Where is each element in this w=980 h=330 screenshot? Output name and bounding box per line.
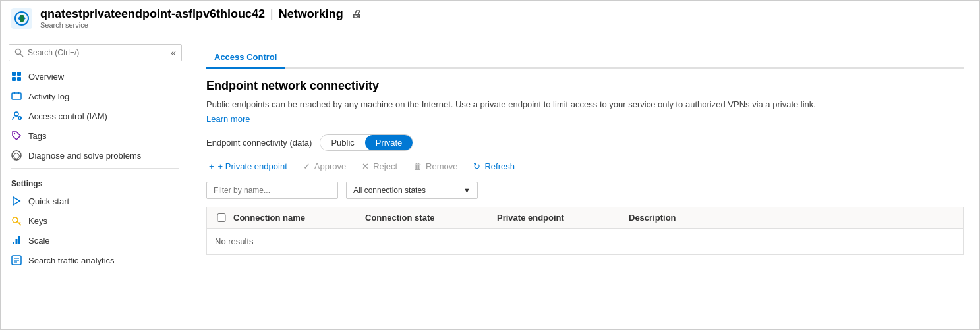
header-title-group: qnatestprivateendpoint-asflpv6thlouc42 |… — [40, 7, 362, 29]
sidebar: « Overview Activity log Access control (… — [1, 36, 190, 329]
header-subtitle: Search service — [40, 21, 362, 29]
svg-rect-21 — [16, 239, 18, 244]
reject-icon: ✕ — [362, 161, 369, 171]
keys-label: Keys — [28, 216, 47, 226]
col-private-endpoint: Private endpoint — [497, 213, 629, 223]
reject-label: Reject — [373, 161, 397, 171]
add-private-endpoint-button[interactable]: + + Private endpoint — [206, 159, 290, 174]
search-traffic-label: Search traffic analytics — [28, 256, 115, 265]
svg-point-16 — [14, 133, 15, 134]
header-separator: | — [270, 7, 274, 21]
search-icon — [14, 48, 24, 57]
svg-line-19 — [19, 222, 20, 223]
svg-rect-9 — [12, 93, 21, 99]
activity-log-icon — [11, 91, 22, 101]
print-icon[interactable]: 🖨 — [351, 9, 362, 20]
search-input[interactable] — [28, 48, 167, 57]
refresh-label: Refresh — [484, 161, 515, 171]
sidebar-item-overview[interactable]: Overview — [1, 67, 190, 86]
tab-bar: Access Control — [206, 47, 964, 69]
col-description: Description — [629, 213, 955, 223]
sidebar-item-tags[interactable]: Tags — [1, 126, 190, 146]
quick-start-label: Quick start — [28, 196, 69, 206]
svg-rect-10 — [14, 92, 15, 94]
svg-rect-7 — [12, 77, 16, 81]
filters-row: All connection states ▼ — [206, 182, 964, 199]
svg-line-4 — [20, 54, 24, 57]
tab-access-control[interactable]: Access Control — [206, 47, 285, 69]
page-header: qnatestprivateendpoint-asflpv6thlouc42 |… — [1, 1, 979, 36]
toggle-group[interactable]: Public Private — [320, 134, 413, 151]
diagnose-label: Diagnose and solve problems — [28, 151, 141, 161]
refresh-icon: ↻ — [473, 161, 480, 171]
tags-label: Tags — [28, 131, 46, 141]
col-connection-name: Connection name — [233, 213, 365, 223]
svg-rect-6 — [17, 72, 21, 76]
svg-rect-2 — [20, 15, 24, 22]
remove-label: Remove — [426, 161, 457, 171]
toggle-private[interactable]: Private — [365, 135, 413, 150]
remove-icon: 🗑 — [413, 161, 422, 171]
header-title: qnatestprivateendpoint-asflpv6thlouc42 |… — [40, 7, 362, 21]
svg-rect-5 — [12, 72, 16, 76]
filter-by-name-input[interactable] — [206, 182, 338, 199]
connectivity-label: Endpoint connectivity (data) — [206, 138, 312, 148]
section-title: Endpoint network connectivity — [206, 79, 964, 93]
description-text: Public endpoints can be reached by any m… — [206, 98, 964, 111]
svg-rect-22 — [18, 236, 20, 244]
collapse-button[interactable]: « — [171, 47, 176, 58]
sidebar-item-quick-start[interactable]: Quick start — [1, 191, 190, 211]
table-header: Connection name Connection state Private… — [207, 207, 963, 229]
sidebar-item-keys[interactable]: Keys — [1, 211, 190, 231]
overview-icon — [11, 71, 22, 82]
sidebar-item-diagnose[interactable]: Diagnose and solve problems — [1, 146, 190, 165]
search-traffic-icon — [11, 255, 22, 265]
toolbar: + + Private endpoint ✓ Approve ✕ Reject … — [206, 159, 964, 174]
svg-rect-11 — [18, 92, 19, 94]
quick-start-icon — [11, 196, 22, 206]
connectivity-row: Endpoint connectivity (data) Public Priv… — [206, 134, 964, 151]
scale-label: Scale — [28, 236, 50, 246]
remove-button[interactable]: 🗑 Remove — [411, 159, 460, 174]
settings-section-label: Settings — [1, 171, 190, 191]
connection-table: Connection name Connection state Private… — [206, 207, 964, 255]
scale-icon — [11, 235, 22, 246]
resource-icon — [11, 8, 32, 29]
svg-point-12 — [14, 112, 18, 116]
iam-icon — [11, 111, 22, 121]
approve-label: Approve — [314, 161, 346, 171]
dropdown-label: All connection states — [353, 186, 426, 195]
main-content: Access Control Endpoint network connecti… — [190, 36, 979, 329]
sidebar-item-search-traffic[interactable]: Search traffic analytics — [1, 250, 190, 270]
approve-icon: ✓ — [303, 161, 310, 171]
table-body: No results — [207, 229, 963, 254]
dropdown-chevron-icon: ▼ — [463, 186, 471, 194]
overview-label: Overview — [28, 72, 64, 82]
tags-icon — [11, 130, 22, 141]
approve-button[interactable]: ✓ Approve — [301, 159, 349, 174]
iam-label: Access control (IAM) — [28, 111, 107, 121]
svg-point-3 — [16, 49, 21, 55]
reject-button[interactable]: ✕ Reject — [359, 159, 400, 174]
sidebar-item-iam[interactable]: Access control (IAM) — [1, 106, 190, 126]
add-icon: + — [209, 161, 214, 171]
sidebar-item-scale[interactable]: Scale — [1, 231, 190, 250]
section-divider — [11, 168, 179, 169]
keys-icon — [11, 215, 22, 226]
svg-rect-20 — [13, 242, 14, 244]
refresh-button[interactable]: ↻ Refresh — [471, 159, 517, 174]
connection-states-dropdown[interactable]: All connection states ▼ — [346, 182, 478, 199]
svg-rect-8 — [17, 77, 21, 81]
no-results-message: No results — [215, 236, 955, 246]
learn-more-link[interactable]: Learn more — [206, 114, 250, 124]
search-box[interactable]: « — [9, 44, 182, 61]
svg-marker-17 — [13, 197, 20, 205]
select-all-checkbox[interactable] — [215, 213, 228, 222]
page-name: Networking — [279, 7, 343, 21]
resource-name: qnatestprivateendpoint-asflpv6thlouc42 — [40, 7, 265, 21]
sidebar-item-activity-log[interactable]: Activity log — [1, 86, 190, 106]
add-label: + Private endpoint — [218, 161, 287, 171]
col-connection-state: Connection state — [365, 213, 497, 223]
activity-log-label: Activity log — [28, 92, 69, 101]
toggle-public[interactable]: Public — [320, 135, 364, 150]
